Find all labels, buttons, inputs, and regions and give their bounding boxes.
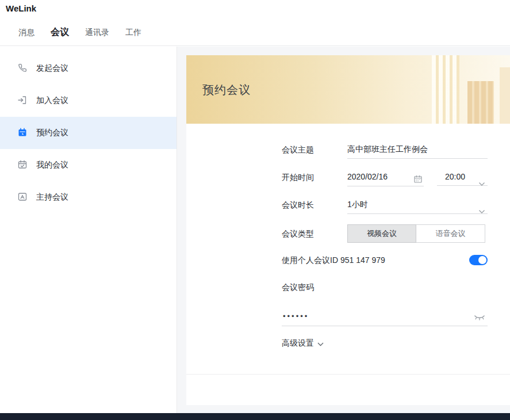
duration-select[interactable]: 1小时 xyxy=(347,196,488,214)
sidebar-item-label: 加入会议 xyxy=(36,96,68,106)
chevron-down-icon xyxy=(478,175,485,192)
date-value: 2020/02/16 xyxy=(347,172,388,181)
building-illustration xyxy=(500,67,510,124)
chevron-down-icon xyxy=(317,339,324,348)
chevron-down-icon xyxy=(478,203,485,220)
duration-label: 会议时长 xyxy=(282,196,314,214)
taskbar-edge xyxy=(0,413,510,420)
join-arrow-icon xyxy=(17,95,28,107)
advanced-settings-label: 高级设置 xyxy=(282,338,314,349)
personal-id-row: 使用个人会议ID 951 147 979 xyxy=(282,251,488,269)
sidebar-item-schedule-meeting[interactable]: 预约会议 xyxy=(0,117,177,149)
calendar-schedule-icon xyxy=(17,127,28,139)
subject-row: 会议主题 高中部班主任工作例会 xyxy=(282,140,488,159)
subject-input[interactable]: 高中部班主任工作例会 xyxy=(347,140,488,159)
voice-meeting-button[interactable]: 语音会议 xyxy=(416,224,485,243)
tab-work[interactable]: 工作 xyxy=(125,28,141,38)
building-illustration xyxy=(432,55,459,124)
time-value: 20:00 xyxy=(445,172,465,181)
meeting-type-label: 会议类型 xyxy=(282,224,314,243)
meeting-type-row: 会议类型 视频会议 语音会议 xyxy=(282,224,488,243)
sidebar-item-label: 预约会议 xyxy=(36,128,68,138)
start-time-row: 开始时间 2020/02/16 20:00 xyxy=(282,168,488,186)
phone-icon xyxy=(17,63,28,75)
welink-app: WeLink 消息 会议 通讯录 工作 发起会议 加入会议 xyxy=(0,0,510,420)
start-time-label: 开始时间 xyxy=(282,168,314,186)
subject-label: 会议主题 xyxy=(282,140,314,159)
main-content: 预约会议 会议主题 高中部班主任工作例会 开始时间 2020/02/16 xyxy=(177,47,510,413)
password-input[interactable]: •••••• xyxy=(282,307,488,326)
eye-off-icon[interactable] xyxy=(474,313,485,323)
date-input[interactable]: 2020/02/16 xyxy=(347,168,424,186)
time-select[interactable]: 20:00 xyxy=(437,168,488,186)
sidebar-item-label: 主持会议 xyxy=(36,192,68,203)
page-title: 预约会议 xyxy=(202,82,251,98)
video-meeting-button[interactable]: 视频会议 xyxy=(347,224,416,243)
app-title: WeLink xyxy=(6,3,36,13)
sidebar-item-join-meeting[interactable]: 加入会议 xyxy=(0,85,177,117)
calendar-check-icon xyxy=(17,159,28,171)
personal-id-label: 使用个人会议ID 951 147 979 xyxy=(282,251,385,269)
tab-meetings[interactable]: 会议 xyxy=(51,26,69,39)
password-label: 会议密码 xyxy=(282,282,314,293)
card-divider xyxy=(186,374,510,375)
meeting-type-segment: 视频会议 语音会议 xyxy=(347,224,485,243)
personal-id-toggle[interactable] xyxy=(469,255,488,265)
sidebar-item-label: 发起会议 xyxy=(36,63,68,74)
duration-value: 1小时 xyxy=(347,200,368,209)
title-bar: WeLink xyxy=(0,0,510,20)
schedule-meeting-card: 预约会议 会议主题 高中部班主任工作例会 开始时间 2020/02/16 xyxy=(186,55,510,405)
sidebar-item-label: 我的会议 xyxy=(36,160,68,170)
sidebar-item-start-meeting[interactable]: 发起会议 xyxy=(0,52,177,85)
tab-contacts[interactable]: 通讯录 xyxy=(85,28,109,38)
building-illustration xyxy=(467,81,494,124)
advanced-settings-toggle[interactable]: 高级设置 xyxy=(282,338,324,349)
sidebar-item-my-meetings[interactable]: 我的会议 xyxy=(0,149,177,181)
calendar-icon[interactable] xyxy=(413,172,423,189)
host-meeting-icon xyxy=(17,192,28,204)
duration-row: 会议时长 1小时 xyxy=(282,196,488,214)
main-tab-bar: 消息 会议 通讯录 工作 xyxy=(0,20,510,46)
password-masked-value: •••••• xyxy=(283,307,309,326)
sidebar-item-host-meeting[interactable]: 主持会议 xyxy=(0,181,177,213)
meeting-sidebar: 发起会议 加入会议 预约会议 xyxy=(0,47,177,413)
banner: 预约会议 xyxy=(186,55,510,124)
tab-messages[interactable]: 消息 xyxy=(18,28,34,38)
